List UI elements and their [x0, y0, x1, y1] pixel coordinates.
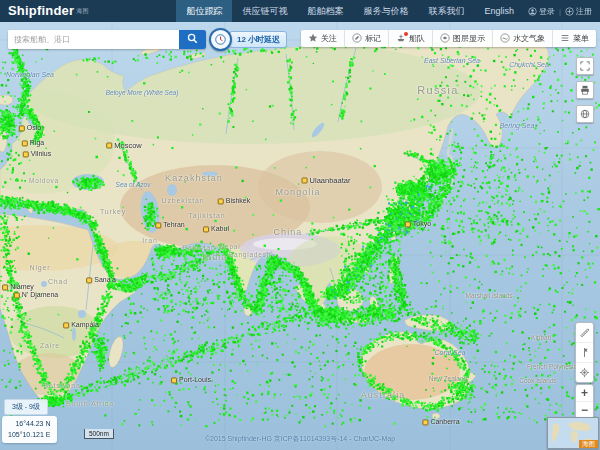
world-basemap [0, 22, 600, 450]
map-toolbar-label: 船队 [409, 33, 425, 44]
fullscreen-icon [580, 57, 590, 75]
register-link[interactable]: 注册 [565, 6, 592, 17]
nav-menu: 船位跟踪供应链可视船舶档案服务与价格联系我们English [176, 0, 524, 22]
cursor-coordinates: 16°44.23 N 105°10.121 E [2, 416, 57, 443]
zoom-level-badge: 3级 - 9级 [4, 399, 48, 415]
globe-icon [580, 105, 590, 123]
minimap-chart-label[interactable]: 海图 [579, 440, 598, 449]
star-icon [308, 33, 318, 45]
register-icon [565, 7, 574, 16]
map-toolbar-label: 图层显示 [453, 33, 485, 44]
map-toolbar-weather-button[interactable]: 水文气象 [492, 30, 552, 47]
nav-item[interactable]: 供应链可视 [232, 0, 297, 22]
ship-search [8, 30, 206, 49]
map-toolbar-layers-button[interactable]: 图层显示 [432, 30, 492, 47]
nav-item[interactable]: 服务与价格 [353, 0, 418, 22]
copyright-text: ©2015 Shipfinder-HG 京ICP备11014393号-14 - … [205, 434, 395, 444]
nav-item[interactable]: 联系我们 [418, 0, 474, 22]
auth-separator: | [559, 7, 561, 16]
map-area[interactable]: Norwegian SeaBeloye More (White Sea)East… [0, 22, 600, 450]
top-navbar: Shipfinder海图 船位跟踪供应链可视船舶档案服务与价格联系我们Engli… [0, 0, 600, 22]
login-label: 登录 [539, 6, 555, 17]
search-icon [187, 32, 198, 47]
map-toolbar-label: 水文气象 [513, 33, 545, 44]
delay-indicator[interactable]: 12 小时延迟 [209, 28, 287, 51]
measure-toolbar [575, 322, 594, 383]
map-toolbar-label: 标记 [365, 33, 381, 44]
latitude-readout: 16°44.23 N [8, 419, 51, 430]
logo-text: Shipfinder [8, 3, 74, 18]
logo[interactable]: Shipfinder海图 [0, 0, 97, 22]
ruler-tool[interactable] [576, 323, 593, 342]
map-toolbar-star-button[interactable]: 关注 [301, 30, 344, 47]
search-input[interactable] [8, 30, 179, 49]
map-toolbar-ship-button[interactable]: 船队 [388, 30, 432, 47]
pencil-icon [352, 33, 362, 45]
layers-icon [440, 33, 450, 45]
map-toolbar-label: 关注 [321, 33, 337, 44]
notification-dot [404, 32, 408, 36]
logo-suffix: 海图 [76, 8, 88, 14]
map-toolbar-label: 菜单 [573, 33, 589, 44]
nav-item[interactable]: English [474, 0, 524, 22]
zoom-out-button[interactable]: − [576, 401, 593, 418]
search-button[interactable] [179, 30, 206, 49]
shipfinder-app: Shipfinder海图 船位跟踪供应链可视船舶档案服务与价格联系我们Engli… [0, 0, 600, 450]
marker-tool[interactable] [576, 342, 593, 362]
map-toolbar: 关注标记船队图层显示水文气象菜单 [301, 30, 596, 47]
zoom-control: + − [575, 384, 594, 419]
longitude-readout: 105°10.121 E [8, 430, 51, 441]
nav-item[interactable]: 船位跟踪 [176, 0, 232, 22]
minimap[interactable]: 海图 [547, 417, 599, 449]
globe-button[interactable] [576, 105, 594, 123]
map-scale: 500nm [84, 429, 114, 439]
printer-icon [580, 81, 590, 99]
menu-icon [560, 33, 570, 45]
user-icon [528, 7, 537, 16]
auth-links: 登录 | 注册 [524, 0, 600, 22]
zoom-in-button[interactable]: + [576, 385, 593, 401]
weather-icon [500, 33, 510, 45]
nav-item[interactable]: 船舶档案 [297, 0, 353, 22]
login-link[interactable]: 登录 [528, 6, 555, 17]
locate-tool[interactable] [576, 362, 593, 382]
map-toolbar-menu-button[interactable]: 菜单 [552, 30, 596, 47]
fullscreen-button[interactable] [576, 57, 594, 75]
delay-badge-label: 12 小时延迟 [229, 31, 287, 48]
clock-icon [209, 28, 232, 51]
map-toolbar-pencil-button[interactable]: 标记 [344, 30, 388, 47]
register-label: 注册 [576, 6, 592, 17]
print-button[interactable] [576, 81, 594, 99]
